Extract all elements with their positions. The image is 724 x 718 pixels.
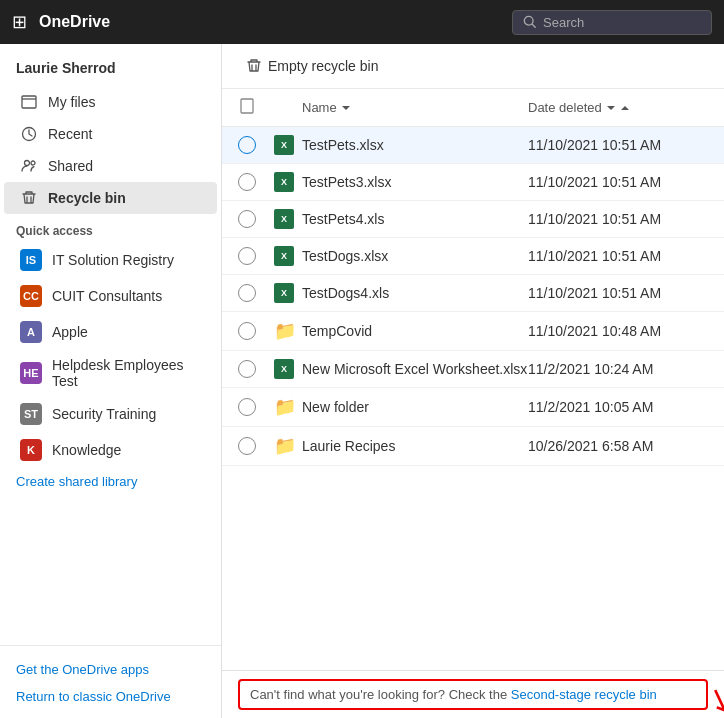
- quick-access-list: IS IT Solution Registry CC CUIT Consulta…: [0, 242, 221, 468]
- row-radio[interactable]: [238, 210, 256, 228]
- svg-point-6: [31, 161, 35, 165]
- sort-date-desc-icon: [620, 103, 630, 113]
- row-radio[interactable]: [238, 247, 256, 265]
- row-radio[interactable]: [238, 136, 256, 154]
- sidebar-item-my-files[interactable]: My files: [4, 86, 217, 118]
- sort-date-icon: [606, 103, 616, 113]
- quick-access-label: Quick access: [0, 214, 221, 242]
- sidebar-item-label-recent: Recent: [48, 126, 92, 142]
- row-check[interactable]: [238, 136, 274, 154]
- row-check[interactable]: [238, 398, 274, 416]
- create-shared-library-link[interactable]: Create shared library: [0, 468, 221, 495]
- row-file-name[interactable]: TestDogs4.xls: [302, 285, 528, 301]
- col-name-header[interactable]: Name: [302, 100, 528, 115]
- table-row[interactable]: X TestPets.xlsx 11/10/2021 10:51 AM: [222, 127, 724, 164]
- row-file-name[interactable]: TempCovid: [302, 323, 528, 339]
- row-file-name[interactable]: New folder: [302, 399, 528, 415]
- sidebar-item-recent[interactable]: Recent: [4, 118, 217, 150]
- row-file-icon: 📁: [274, 320, 302, 342]
- row-file-icon: X: [274, 209, 302, 229]
- row-file-date: 11/10/2021 10:51 AM: [528, 211, 708, 227]
- col-check-header: [238, 97, 274, 118]
- qa-label-cuit: CUIT Consultants: [52, 288, 162, 304]
- row-file-name[interactable]: Laurie Recipes: [302, 438, 528, 454]
- sidebar-item-label-my-files: My files: [48, 94, 95, 110]
- row-check[interactable]: [238, 210, 274, 228]
- row-radio[interactable]: [238, 173, 256, 191]
- file-list: Name Date deleted X TestPets.xlsx 11/10/…: [222, 89, 724, 670]
- excel-icon: X: [274, 246, 294, 266]
- sidebar-item-recycle-bin[interactable]: Recycle bin: [4, 182, 217, 214]
- qa-avatar-helpdesk: HE: [20, 362, 42, 384]
- classic-link[interactable]: Return to classic OneDrive: [0, 683, 221, 710]
- row-check[interactable]: [238, 437, 274, 455]
- sidebar-item-cuit[interactable]: CC CUIT Consultants: [4, 278, 217, 314]
- recent-icon: [20, 125, 38, 143]
- get-apps-link[interactable]: Get the OneDrive apps: [0, 656, 221, 683]
- col-date-header[interactable]: Date deleted: [528, 100, 708, 115]
- trash-icon: [246, 58, 262, 74]
- qa-label-helpdesk: Helpdesk Employees Test: [52, 357, 201, 389]
- qa-avatar-apple: A: [20, 321, 42, 343]
- qa-label-security: Security Training: [52, 406, 156, 422]
- table-row[interactable]: 📁 TempCovid 11/10/2021 10:48 AM: [222, 312, 724, 351]
- table-row[interactable]: X TestDogs4.xls 11/10/2021 10:51 AM: [222, 275, 724, 312]
- row-file-name[interactable]: TestPets3.xlsx: [302, 174, 528, 190]
- table-row[interactable]: X TestPets3.xlsx 11/10/2021 10:51 AM: [222, 164, 724, 201]
- search-box[interactable]: [512, 10, 712, 35]
- row-radio[interactable]: [238, 360, 256, 378]
- sidebar: Laurie Sherrod My files Recent Shared: [0, 44, 222, 718]
- row-file-date: 10/26/2021 6:58 AM: [528, 438, 708, 454]
- svg-line-1: [532, 24, 535, 27]
- row-file-name[interactable]: TestDogs.xlsx: [302, 248, 528, 264]
- sidebar-item-knowledge[interactable]: K Knowledge: [4, 432, 217, 468]
- recycle-bin-icon: [20, 189, 38, 207]
- row-radio[interactable]: [238, 398, 256, 416]
- sidebar-item-apple[interactable]: A Apple: [4, 314, 217, 350]
- search-input[interactable]: [543, 15, 701, 30]
- row-file-name[interactable]: TestPets4.xls: [302, 211, 528, 227]
- row-check[interactable]: [238, 173, 274, 191]
- row-file-icon: X: [274, 172, 302, 192]
- row-check[interactable]: [238, 247, 274, 265]
- row-check[interactable]: [238, 360, 274, 378]
- table-row[interactable]: X TestDogs.xlsx 11/10/2021 10:51 AM: [222, 238, 724, 275]
- table-row[interactable]: 📁 New folder 11/2/2021 10:05 AM: [222, 388, 724, 427]
- row-file-date: 11/10/2021 10:51 AM: [528, 137, 708, 153]
- sidebar-item-shared[interactable]: Shared: [4, 150, 217, 182]
- row-radio[interactable]: [238, 437, 256, 455]
- second-stage-recycle-bin-link[interactable]: Second-stage recycle bin: [511, 687, 657, 702]
- row-file-icon: X: [274, 359, 302, 379]
- col-name-label: Name: [302, 100, 337, 115]
- row-file-name[interactable]: TestPets.xlsx: [302, 137, 528, 153]
- red-arrow-icon: ↘: [701, 677, 724, 718]
- row-file-date: 11/2/2021 10:05 AM: [528, 399, 708, 415]
- grid-icon[interactable]: ⊞: [12, 11, 27, 33]
- row-file-icon: X: [274, 135, 302, 155]
- svg-rect-2: [22, 96, 36, 108]
- shared-icon: [20, 157, 38, 175]
- bottom-bar-text-before: Can't find what you're looking for? Chec…: [250, 687, 511, 702]
- row-check[interactable]: [238, 284, 274, 302]
- excel-icon: X: [274, 135, 294, 155]
- row-file-icon: 📁: [274, 396, 302, 418]
- col-date-label: Date deleted: [528, 100, 602, 115]
- content-area: Empty recycle bin Name Date deleted: [222, 44, 724, 718]
- row-radio[interactable]: [238, 322, 256, 340]
- sort-name-icon: [341, 103, 351, 113]
- sidebar-item-it-solution[interactable]: IS IT Solution Registry: [4, 242, 217, 278]
- sidebar-item-security[interactable]: ST Security Training: [4, 396, 217, 432]
- excel-icon: X: [274, 172, 294, 192]
- table-row[interactable]: 📁 Laurie Recipes 10/26/2021 6:58 AM: [222, 427, 724, 466]
- sidebar-item-helpdesk[interactable]: HE Helpdesk Employees Test: [4, 350, 217, 396]
- table-row[interactable]: X TestPets4.xls 11/10/2021 10:51 AM: [222, 201, 724, 238]
- row-radio[interactable]: [238, 284, 256, 302]
- row-check[interactable]: [238, 322, 274, 340]
- row-file-name[interactable]: New Microsoft Excel Worksheet.xlsx: [302, 361, 528, 377]
- folder-icon: 📁: [274, 397, 296, 417]
- table-row[interactable]: X New Microsoft Excel Worksheet.xlsx 11/…: [222, 351, 724, 388]
- excel-icon: X: [274, 209, 294, 229]
- empty-recycle-bin-button[interactable]: Empty recycle bin: [238, 54, 386, 78]
- svg-rect-7: [241, 99, 253, 113]
- row-file-icon: 📁: [274, 435, 302, 457]
